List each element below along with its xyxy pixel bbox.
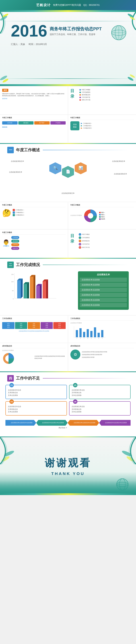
- preview-grid-row1: 前言 国际的竞争力全面提升，同时提高了整个行业地位，使企业成为行业中流砥柱。在整…: [0, 86, 136, 143]
- num-badge-3: (3): [10, 400, 14, 404]
- table-row-6: 点击添加文本点击添加: [80, 303, 127, 307]
- svg-marker-35: [40, 284, 42, 298]
- thumb-work-complete-1: 工作完成情况 点击添加文本 点击添加文本 点击添加文本 点击添加文本 点击添加文…: [0, 316, 68, 343]
- hexagon-layout: 点击此处添加文本 点击此处添加文本 🔍 📄: [7, 156, 129, 196]
- green-data-table: 点击添加文本 点击添加文本点击添加 点击添加文本点击添加 点击添加文本点击添加 …: [78, 271, 129, 310]
- insufficient-item-1: (1) 点击添加文本点击文本添加点击文本点击添加: [6, 385, 67, 399]
- svg-text:📄: 📄: [66, 169, 70, 174]
- insufficient-text-3: 点击添加文本点击文本添加点击文本点击添加: [8, 405, 64, 413]
- svg-text:0: 0: [13, 298, 14, 300]
- hexagon-group: 🔍 📄 📊: [49, 162, 87, 178]
- reporter-label: 汇报人：关妹: [11, 43, 25, 46]
- section2-layout: 0 50 100 150 点击添加文本 点击添加文本点击添加 点击添加文本点击添…: [7, 271, 129, 310]
- bottom-right-curve: [111, 66, 136, 84]
- svg-text:50: 50: [12, 290, 14, 292]
- header-slogan: 免费为您解决PPT相关问题: [53, 4, 81, 7]
- hex-doc: 📄: [62, 166, 74, 178]
- section-line-1: [43, 150, 129, 150]
- section-number-1: 一: [7, 147, 14, 153]
- svg-text:100: 100: [11, 281, 14, 282]
- network-icon: ⚙: [70, 350, 80, 360]
- slide-thankyou: 谢谢观看 THANK YOU: [0, 437, 136, 495]
- thankyou-bottom-gradient: [0, 480, 136, 495]
- bar-chart-3d: 0 50 100 150: [7, 271, 74, 310]
- table-row-1: 点击添加文本点击添加: [80, 278, 127, 282]
- click-text-2: 点击此处添加文本: [9, 171, 22, 173]
- autbus-area: Aut bus +: [6, 426, 130, 431]
- thumb-intro: 前言 国际的竞争力全面提升，同时提高了整个行业地位，使企业成为行业中流砥柱。在整…: [0, 86, 68, 114]
- insufficient-item-2: (2) 点击添加文本点击文本添加点击文本点击添加: [69, 385, 130, 399]
- section-line-2: [43, 264, 129, 265]
- thumb-question: 年度工作概述 🤔 工作概述要点一 工作概述要点二 工作概述要点三: [0, 202, 68, 229]
- thumb-contents-list: 目录 一年度工作概述 二工作完成情况 三成功经验总结 四工作中的不足 五未来工作…: [68, 230, 136, 258]
- thumb-work-cat: 专项工作概述 业务拓展 团队建设 客户维护 产品研发 查看详情: [0, 115, 68, 143]
- thumb-pie: 年度工作概述 点击添加文字到图表 项目一 项目二 项目三 项目四: [68, 202, 136, 229]
- preview-grid-row3: 年度工作概述 🤔 工作概述要点一 工作概述要点二 工作概述要点三 年度工作概述 …: [0, 202, 136, 258]
- svg-marker-29: [27, 282, 29, 298]
- svg-rect-47: [83, 332, 85, 337]
- slide-section4-header: 四 工作中的不足: [0, 372, 136, 383]
- svg-marker-32: [34, 275, 35, 298]
- section-number-2: 二: [7, 262, 14, 268]
- thumb-work-complete-2: 工作完成情况 点击添加文字到图表 A B C: [68, 316, 136, 343]
- globe-decoration: [111, 24, 127, 41]
- num-badge-4: (4): [73, 400, 78, 404]
- title-sub: 适应于工作总结、年终汇报、工作计划、竞选等: [50, 33, 102, 36]
- svg-rect-48: [87, 329, 89, 337]
- arrow-item-4: 点击添加文本点击添文本点击添加: [99, 420, 131, 426]
- top-deco-bar: [0, 10, 136, 12]
- mini-bar-chart: A B C D E F G H: [70, 324, 107, 339]
- section-title-2: 工作完成情况: [16, 262, 40, 268]
- insufficient-grid: (1) 点击添加文本点击文本添加点击文本点击添加 (2) 点击添加文本点击文本添…: [6, 385, 130, 416]
- pie-chart: [83, 208, 98, 223]
- slide-section1-header: 一 年度工作概述: [0, 144, 136, 155]
- svg-marker-26: [21, 278, 23, 298]
- svg-text:F: F: [95, 338, 95, 339]
- table-row-3: 点击添加文本点击添加: [80, 288, 127, 292]
- svg-text:H: H: [102, 338, 103, 339]
- hex-search: 🔍: [49, 162, 62, 174]
- svg-rect-36: [43, 281, 46, 298]
- insufficient-text-4: 点击添加文本点击文本添加点击文本点击添加: [72, 405, 128, 413]
- table-row-4: 点击添加文本点击添加: [80, 293, 127, 297]
- insufficient-item-3: (3) 点击添加文本点击文本添加点击文本点击添加: [6, 401, 67, 416]
- svg-text:B: B: [80, 338, 81, 339]
- click-text-1: 点击此处添加文本: [11, 160, 24, 162]
- slide-title: 2016 商务年终工作报告动态PPT 适应于工作总结、年终汇报、工作计划、竞选等…: [0, 10, 136, 86]
- slide-title-content: 2016 商务年终工作报告动态PPT 适应于工作总结、年终汇报、工作计划、竞选等…: [11, 23, 107, 46]
- svg-text:📊: 📊: [79, 166, 83, 170]
- slide-section4-content: (1) 点击添加文本点击文本添加点击文本点击添加 (2) 点击添加文本点击文本添…: [0, 383, 136, 436]
- svg-rect-51: [98, 333, 100, 337]
- thumb-success-2: 成功经验总结 ⚙ 点击此处添加文本内容点击此处添加文本内容 点击此处添加文本内容…: [68, 343, 136, 371]
- logo-text: 艺帆设计: [36, 3, 51, 7]
- svg-point-21: [88, 213, 93, 218]
- header-qq: QQ：993206701: [83, 4, 100, 7]
- svg-text:A: A: [77, 338, 77, 339]
- arrow-item-3: 点击添加文本点击添文本点击添加: [68, 420, 99, 426]
- svg-rect-46: [80, 328, 82, 337]
- bottom-deco-bar: [0, 84, 136, 86]
- section-number-4: 四: [7, 375, 14, 382]
- svg-rect-52: [101, 330, 103, 337]
- slide-section2-header: 二 工作完成情况: [0, 259, 136, 270]
- thumb-toc: 目录 年度工作概述 工作完成情况 成功经验总结 工作中的不足 未来工作计划: [68, 86, 136, 114]
- num-badge-1: (1): [10, 383, 14, 387]
- thankyou-cn-text: 谢谢观看: [45, 456, 91, 470]
- svg-rect-30: [30, 277, 34, 298]
- green-table-header: 点击添加文本: [80, 273, 127, 276]
- svg-rect-33: [36, 286, 40, 298]
- year-label: 2016: [11, 23, 47, 39]
- svg-rect-27: [24, 284, 27, 298]
- num-badge-2: (2): [73, 383, 78, 387]
- thumb-intro-text: 国际的竞争力全面提升，同时提高了整个行业地位，使企业成为行业中流砥柱。在整个公司…: [2, 93, 66, 97]
- svg-text:C: C: [84, 338, 85, 339]
- bottom-left-curve: [0, 70, 25, 84]
- svg-text:G: G: [98, 338, 99, 339]
- click-text-5: 点击此处添加文本: [61, 192, 75, 194]
- svg-text:D: D: [87, 338, 88, 339]
- svg-rect-24: [17, 280, 21, 298]
- time-label: 时间：2016年3月: [29, 43, 47, 46]
- click-text-4: 点击此处添加文本: [114, 173, 127, 175]
- section-line-4: [43, 378, 129, 378]
- thankyou-right-deco: [100, 437, 136, 464]
